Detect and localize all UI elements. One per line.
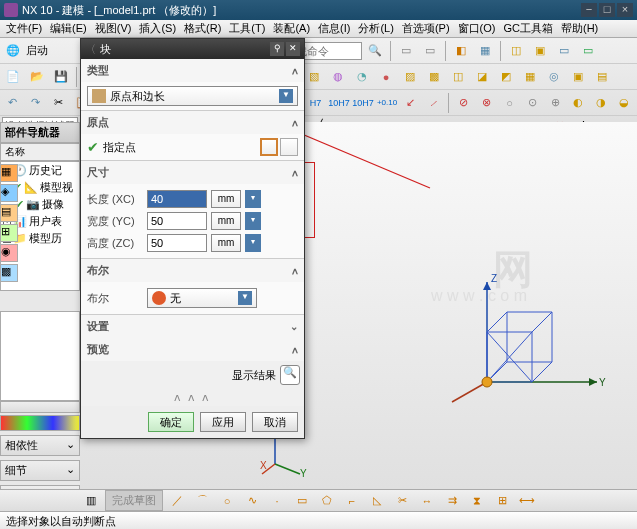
tb-cube-icon[interactable]: ◫ [505,40,527,62]
sk-cham-icon[interactable]: ◺ [366,490,388,512]
section-detail[interactable]: 细节⌄ [0,460,80,481]
point-dialog-button[interactable] [280,138,298,156]
chevron-down-icon[interactable]: ▼ [238,291,252,305]
sk-line-icon[interactable]: ／ [166,490,188,512]
tb-a4[interactable]: ▦ [474,40,496,62]
launch-label[interactable]: 启动 [26,43,48,58]
c-1-icon[interactable]: ⊘ [453,92,474,114]
yc-unit[interactable]: mm [211,212,241,230]
side-icon-5[interactable]: ◉ [0,244,18,262]
sk-spline-icon[interactable]: ∿ [241,490,263,512]
c-5-icon[interactable]: ⊕ [545,92,566,114]
feat-block-icon[interactable]: ▧ [303,66,325,88]
color-bar[interactable] [0,415,80,431]
sketch-icon[interactable]: ▥ [80,490,102,512]
feat-cyl-icon[interactable]: ◍ [327,66,349,88]
pin-icon[interactable]: ⚲ [270,42,284,56]
undo-icon[interactable]: ↶ [2,92,23,114]
open-icon[interactable]: 📂 [26,66,48,88]
redo-icon[interactable]: ↷ [25,92,46,114]
ok-button[interactable]: 确定 [148,412,194,432]
sk-poly-icon[interactable]: ⬠ [316,490,338,512]
feat-7-icon[interactable]: ◫ [447,66,469,88]
c-4-icon[interactable]: ⊙ [522,92,543,114]
feat-8-icon[interactable]: ◪ [471,66,493,88]
nav-column-name[interactable]: 名称 [0,143,80,161]
menu-help[interactable]: 帮助(H) [557,21,602,36]
sk-arc-icon[interactable]: ⌒ [191,490,213,512]
cancel-button[interactable]: 取消 [252,412,298,432]
tb-a2[interactable]: ▭ [419,40,441,62]
menu-info[interactable]: 信息(I) [314,21,354,36]
c-6-icon[interactable]: ◐ [568,92,589,114]
search-icon[interactable]: 🔍 [364,40,386,62]
menu-tools[interactable]: 工具(T) [225,21,269,36]
sk-dim-icon[interactable]: ⟷ [516,490,538,512]
tol-4[interactable]: +0.10 [376,92,398,114]
tb-a8[interactable]: ▭ [577,40,599,62]
tol-2[interactable]: 10H7 [328,92,350,114]
section-preview-header[interactable]: 预览ʌ [81,338,304,361]
magnifier-icon[interactable]: 🔍 [280,365,300,385]
section-bool-header[interactable]: 布尔ʌ [81,259,304,282]
cut-icon[interactable]: ✂ [48,92,69,114]
side-icon-3[interactable]: ▤ [0,204,18,222]
side-icon-4[interactable]: ⊞ [0,224,18,242]
menu-prefs[interactable]: 首选项(P) [398,21,454,36]
section-dim-header[interactable]: 尺寸ʌ [81,161,304,184]
feat-9-icon[interactable]: ◩ [495,66,517,88]
sk-off-icon[interactable]: ⇉ [441,490,463,512]
sk-fillet-icon[interactable]: ⌐ [341,490,363,512]
feat-5-icon[interactable]: ▨ [399,66,421,88]
tb-box-icon[interactable]: ▣ [529,40,551,62]
menu-view[interactable]: 视图(V) [91,21,136,36]
feat-cone-icon[interactable]: ◔ [351,66,373,88]
c-8-icon[interactable]: ◒ [614,92,635,114]
zc-unit[interactable]: mm [211,234,241,252]
menu-assembly[interactable]: 装配(A) [269,21,314,36]
dialog-grip[interactable]: ʌ ʌ ʌ [81,389,304,406]
launch-icon[interactable]: 🌐 [2,40,24,62]
xc-dd-icon[interactable]: ▾ [245,190,261,208]
finish-sketch-button[interactable]: 完成草图 [105,490,163,511]
feat-13-icon[interactable]: ▤ [591,66,613,88]
dim-a-icon[interactable]: ↙ [400,92,421,114]
section-dependency[interactable]: 相依性⌄ [0,435,80,456]
dialog-titlebar[interactable]: 〈 块 ⚲ ✕ [81,39,304,59]
sk-pat-icon[interactable]: ⊞ [491,490,513,512]
menu-analyze[interactable]: 分析(L) [354,21,397,36]
zc-dd-icon[interactable]: ▾ [245,234,261,252]
close-button[interactable]: × [617,3,633,17]
save-icon[interactable]: 💾 [50,66,72,88]
feat-12-icon[interactable]: ▣ [567,66,589,88]
menu-window[interactable]: 窗口(O) [454,21,500,36]
bool-combo[interactable]: 无 ▼ [147,288,257,308]
xc-unit[interactable]: mm [211,190,241,208]
sk-mir-icon[interactable]: ⧗ [466,490,488,512]
tb-a1[interactable]: ▭ [395,40,417,62]
tb-a3[interactable]: ◧ [450,40,472,62]
side-icon-1[interactable]: ▦ [0,164,18,182]
menu-format[interactable]: 格式(R) [180,21,225,36]
zc-input[interactable] [147,234,207,252]
feat-11-icon[interactable]: ◎ [543,66,565,88]
sk-rect-icon[interactable]: ▭ [291,490,313,512]
point-constructor-button[interactable] [260,138,278,156]
menu-insert[interactable]: 插入(S) [135,21,180,36]
c-3-icon[interactable]: ○ [499,92,520,114]
dim-b-icon[interactable]: ⟋ [423,92,444,114]
feat-10-icon[interactable]: ▦ [519,66,541,88]
section-origin-header[interactable]: 原点ʌ [81,111,304,134]
h-scrollbar[interactable] [0,401,80,413]
sk-ext-icon[interactable]: ↔ [416,490,438,512]
maximize-button[interactable]: □ [599,3,615,17]
tb-a7[interactable]: ▭ [553,40,575,62]
menu-edit[interactable]: 编辑(E) [46,21,91,36]
yc-input[interactable] [147,212,207,230]
chevron-down-icon[interactable]: ▼ [279,89,293,103]
section-type-header[interactable]: 类型ʌ [81,59,304,82]
c-7-icon[interactable]: ◑ [591,92,612,114]
tol-3[interactable]: 10H7 [352,92,374,114]
side-icon-6[interactable]: ▩ [0,264,18,282]
new-icon[interactable]: 📄 [2,66,24,88]
